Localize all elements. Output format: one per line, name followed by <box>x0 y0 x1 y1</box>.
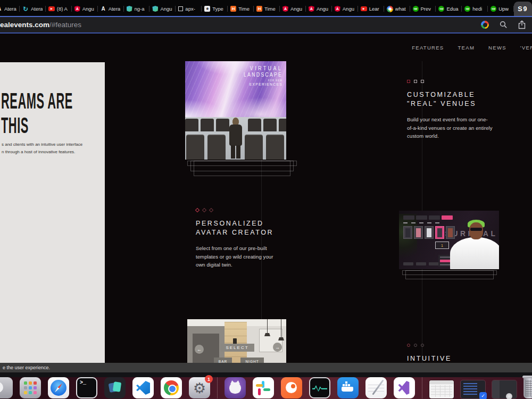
google-icon[interactable] <box>481 21 489 29</box>
nav-link-features[interactable]: FEATURES <box>412 45 444 51</box>
browser-tab[interactable]: Time <box>254 2 279 16</box>
settings-icon[interactable]: 1 <box>189 377 210 398</box>
venue-text-line1: VIRTUAL <box>244 65 282 71</box>
browser-tab[interactable]: Prev <box>410 2 436 16</box>
avatar-ui-button <box>416 262 426 265</box>
venue-text-line4: EXPERIENCES <box>244 82 282 87</box>
browser-tab[interactable]: apx- <box>176 2 201 16</box>
chrome-icon[interactable] <box>161 377 182 398</box>
angular-gradient-icon <box>127 6 132 12</box>
tab-title: Type <box>212 6 223 12</box>
circle-marker-icon <box>421 344 424 347</box>
outfit-thumb-selected <box>435 226 444 239</box>
browser-tab[interactable]: Time <box>228 2 253 16</box>
arrow-right-icon: → <box>273 343 282 352</box>
avatar-tab <box>429 215 440 220</box>
hero-panel: REAMS ARE THIS s and clients with an int… <box>0 62 105 363</box>
browser-tab[interactable]: Edua <box>436 2 461 16</box>
browser-tab[interactable]: Lear <box>358 2 384 16</box>
upwork-icon <box>464 6 470 12</box>
feature-avatar: PERSONALIZED AVATAR CREATOR Select from … <box>196 208 294 269</box>
browser-tab[interactable]: Upw <box>488 2 513 16</box>
teal-cards-app-icon[interactable] <box>104 377 126 398</box>
window-spreadsheet-thumb[interactable] <box>429 380 454 398</box>
feature-body: Build your next event from our one-of-a-… <box>407 115 494 140</box>
asterisk-box-icon <box>204 6 210 12</box>
tab-title: Angu <box>317 6 328 12</box>
visual-studio-icon[interactable] <box>394 377 415 398</box>
window-code-thumb[interactable] <box>461 380 485 398</box>
search-icon[interactable] <box>500 21 508 29</box>
dock-divider <box>217 377 218 398</box>
selected-item-chip: 1 <box>435 242 449 249</box>
chair <box>266 135 284 160</box>
github-icon[interactable] <box>225 377 246 398</box>
tab-title: Time <box>238 6 250 12</box>
terminal-icon[interactable] <box>76 377 97 398</box>
avatar-buttons <box>403 262 439 265</box>
nav-link-news[interactable]: NEWS <box>488 45 506 51</box>
feature-venues: CUSTOMIZABLE "REAL" VENUES Build your ne… <box>407 79 505 140</box>
web-page: FEATURES TEAM NEWS 'VERS REAMS ARE THIS … <box>0 34 532 372</box>
window-dark-thumb[interactable] <box>492 380 517 398</box>
square-marker-icon <box>421 80 424 83</box>
postman-icon[interactable] <box>281 377 302 398</box>
browser-tab[interactable]: Atera <box>98 2 123 16</box>
character-head <box>469 222 483 239</box>
browser-tab[interactable]: ng-a <box>124 2 149 16</box>
share-icon[interactable] <box>518 20 526 29</box>
avatar-ui-panel: 1 <box>403 215 458 251</box>
launchpad-icon[interactable] <box>20 377 41 398</box>
tab-title: (8) A <box>57 6 68 12</box>
chair <box>248 119 261 131</box>
browser-tab[interactable]: Atera <box>0 2 19 16</box>
circle-marker-icon <box>414 344 417 347</box>
trash-icon[interactable] <box>523 376 532 398</box>
tab-title: Angu <box>160 6 172 12</box>
browser-tab[interactable]: hedi <box>462 2 487 16</box>
outfit-thumb <box>403 226 412 239</box>
browser-tab[interactable]: (8) A <box>46 2 71 16</box>
avatar-creator-image: SURREAL 1 <box>399 211 499 269</box>
browser-tab[interactable]: Angu <box>72 2 97 16</box>
site-nav: FEATURES TEAM NEWS 'VERS <box>412 34 532 61</box>
browser-tab[interactable]: Angu <box>332 2 358 16</box>
url-text[interactable]: ealevents.com/#features <box>0 21 81 29</box>
vscode-icon[interactable] <box>132 377 154 398</box>
browser-tab[interactable]: Type <box>202 2 227 16</box>
angular-gradient-icon <box>152 6 158 12</box>
nav-link-verse[interactable]: 'VERS <box>520 45 532 51</box>
docker-icon[interactable] <box>337 377 359 398</box>
browser-window: AteraAtera(8) AAnguAterang-aAnguapx-Type… <box>0 0 532 399</box>
nav-link-team[interactable]: TEAM <box>458 45 475 51</box>
google-icon <box>387 6 393 12</box>
avatar-person-legs <box>231 145 240 159</box>
notes-icon[interactable] <box>365 377 387 398</box>
youtube-icon <box>48 6 55 11</box>
sunglasses <box>470 228 482 231</box>
angular-icon <box>74 6 80 12</box>
venue-text-line2: LANDSCAPE <box>244 71 282 78</box>
safari-icon[interactable] <box>48 377 69 398</box>
navigation-feature-image: ← SELECT → BAR NIGHT <box>187 319 286 363</box>
avatar-tab <box>416 215 427 220</box>
avatar-ui-tabs <box>403 215 458 220</box>
browser-tab[interactable]: Atera <box>20 2 45 16</box>
url-path: /#features <box>49 21 81 29</box>
avatar-character <box>450 221 499 269</box>
venue-screen-text: VIRTUAL LANDSCAPE FOR NEW EXPERIENCES <box>244 65 282 87</box>
tab-title: Atera <box>31 6 43 12</box>
finder-partial-icon[interactable] <box>0 377 13 398</box>
slack-icon[interactable] <box>253 377 274 398</box>
activity-monitor-icon[interactable] <box>309 377 330 398</box>
active-tab[interactable]: S9 <box>514 2 532 16</box>
browser-tab[interactable]: Angu <box>280 2 305 16</box>
browser-tab[interactable]: Angu <box>149 2 175 16</box>
browser-tab[interactable]: Angu <box>306 2 331 16</box>
feature-markers-squares <box>407 79 505 84</box>
address-bar[interactable]: ealevents.com/#features <box>0 16 532 34</box>
browser-tab[interactable]: what <box>384 2 410 16</box>
white-hoodie <box>450 237 499 269</box>
cookie-notice-bar: e the user experience. <box>0 363 532 372</box>
avatar-person-body <box>229 124 242 146</box>
